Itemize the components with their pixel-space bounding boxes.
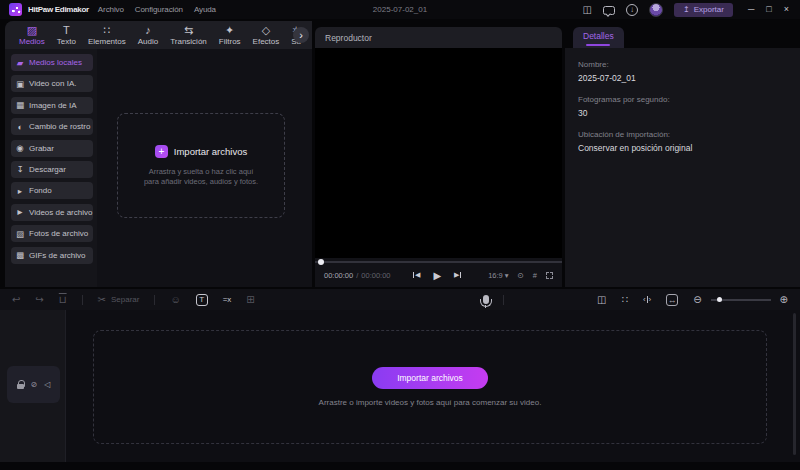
stock-video-icon: ► [15,207,25,217]
split-label[interactable]: Separar [111,295,139,304]
caret-down-icon: ▾ [505,271,509,280]
stock-gif-icon: ▩ [15,250,25,260]
timeline-hint: Arrastre o importe videos y fotos aquí p… [319,398,542,407]
add-text-icon[interactable]: T [196,294,208,306]
lock-track-icon[interactable] [17,380,24,389]
tab[interactable]: ⇆ Transición [164,24,213,47]
sidebar-item[interactable]: ▦ Imagen de IA [11,97,93,114]
filters-icon: ✦ [225,24,234,37]
sidebar-item[interactable]: ▨ Fotos de archivo [11,225,93,242]
split-icon[interactable]: ✂ [98,293,106,307]
media-icon: ▨ [27,24,37,37]
keyframe-icon[interactable]: ∷ [622,293,628,307]
player-header: Reproductor [315,27,562,48]
tab[interactable]: ▨ Medios [13,24,51,47]
previous-frame-button[interactable]: ◀ [413,271,420,279]
track-header-column: ⊘ ◁ [0,310,66,462]
player-title: Reproductor [325,33,372,43]
track-controls: ⊘ ◁ [7,366,60,403]
dropzone-hint: Arrastra y suelta o haz clic aquí para a… [144,167,258,187]
tab[interactable]: T Texto [51,24,82,47]
delete-icon[interactable]: ⊔ [59,293,67,307]
titlebar: HitPaw Edimakor 2025-07-02_01 ArchivoCon… [0,0,800,19]
ai-video-icon: ▣ [15,79,25,89]
tab[interactable]: ♪ Audio [132,24,164,47]
detail-field: Nombre: 2025-07-02_01 [578,60,787,83]
link-clips-icon[interactable]: ◫ [597,293,606,307]
seek-handle[interactable] [318,259,324,265]
zoom-in-icon[interactable]: ⊕ [780,293,788,307]
minimize-button[interactable]: ─ [748,3,754,16]
media-panel: ▨ Medios T Texto ∷ Elementos ♪ Audio [5,21,312,287]
mute-track-icon[interactable]: ◁ [44,380,50,389]
avatar[interactable] [649,3,663,17]
maximize-button[interactable]: □ [766,3,771,16]
timeline-vertical-scrollbar[interactable] [793,313,796,455]
document-title: 2025-07-02_01 [200,5,600,14]
folder-icon: ▰ [15,58,25,68]
zoom-out-icon[interactable]: ⊖ [693,293,701,307]
import-dropzone[interactable]: + Importar archivos Arrastra y suelta o … [117,113,285,218]
download-center-icon[interactable]: ↓ [626,4,638,16]
sidebar-item[interactable]: ► Videos de archivo [11,204,93,221]
add-to-timeline-icon[interactable]: ⊞ [246,293,254,307]
snap-icon[interactable]: ‹› [643,295,651,304]
seek-bar[interactable] [315,258,562,266]
hide-track-icon[interactable]: ⊘ [31,380,38,389]
close-button[interactable]: × [784,3,789,16]
import-files-label: Importar archivos [174,146,247,157]
tab-detalles[interactable]: Detalles [573,27,624,48]
sidebar-item[interactable]: ▸ Fondo [11,182,93,199]
timeline: ⊘ ◁ Importar archivos Arrastre o importe… [0,310,800,462]
download-icon: ↧ [15,164,25,174]
detail-field: Fotogramas por segundo: 30 [578,95,787,118]
export-icon: ↥ [683,5,690,14]
feedback-icon[interactable] [603,6,615,15]
sticker-icon[interactable]: ☺ [170,293,180,307]
details-panel: Detalles Nombre: 2025-07-02_01 Fotograma… [565,27,800,287]
audio-icon: ♪ [145,24,151,37]
zoom-slider-handle[interactable] [717,297,722,302]
fullscreen-icon[interactable] [546,272,553,279]
sidebar-item[interactable]: ◐ Cambio de rostro [11,118,93,135]
tab[interactable]: ∷ Elementos [82,24,132,47]
app-logo-icon [9,3,22,16]
app-window: HitPaw Edimakor 2025-07-02_01 ArchivoCon… [0,0,800,470]
media-library-area: + Importar archivos Arrastra y suelta o … [97,49,312,287]
fit-timeline-icon[interactable]: ↔ [666,294,678,306]
menu-item[interactable]: Configuración [135,5,183,14]
timeline-zoom-slider[interactable] [711,299,771,301]
aspect-ratio-select[interactable]: 16:9▾ [488,271,508,280]
play-button[interactable]: ▶ [433,270,441,281]
sidebar-item[interactable]: ◉ Grabar [11,140,93,157]
next-frame-button[interactable]: ▶ [454,271,461,279]
redo-icon[interactable]: ↪ [35,293,43,307]
tabs-scroll-right-button[interactable]: › [293,27,309,43]
sidebar-item[interactable]: ▩ GIFs de archivo [11,247,93,264]
menu-item[interactable]: Archivo [98,5,124,14]
sidebar-item[interactable]: ▣ Video con IA. [11,75,93,92]
tab[interactable]: ◇ Efectos [247,24,286,47]
grid-icon[interactable]: # [533,271,537,280]
separator [154,295,155,305]
export-button[interactable]: ↥Exportar [674,3,733,17]
timeline-scrollbar-track[interactable] [0,462,800,470]
remove-subtitles-icon[interactable]: =x [223,295,232,304]
stock-photo-icon: ▨ [15,229,25,239]
detail-field: Ubicación de importación: Conservar en p… [578,130,787,153]
timeline-import-button[interactable]: Importar archivos [372,367,488,389]
current-time: 00:00:00 [324,271,353,280]
tab-underline [586,44,610,46]
tab[interactable]: ✦ Filtros [213,24,247,47]
undo-icon[interactable]: ↩ [12,293,20,307]
timeline-dropzone[interactable]: Importar archivos Arrastre o importe vid… [93,330,767,444]
microphone-icon[interactable] [483,295,489,304]
sidebar-item[interactable]: ▰ Medios locales [11,54,93,71]
plus-icon: + [155,145,168,158]
snapshot-icon[interactable]: ⊙ [518,271,524,280]
player-controls: 00:00:00 / 00:00:00 ◀ ▶ ▶ 16:9▾ ⊙ # [315,258,562,287]
sidebar-item[interactable]: ↧ Descargar [11,161,93,178]
ai-image-icon: ▦ [15,100,25,110]
layout-panels-icon[interactable]: ◫ [583,3,592,16]
face-swap-icon: ◐ [15,122,25,132]
